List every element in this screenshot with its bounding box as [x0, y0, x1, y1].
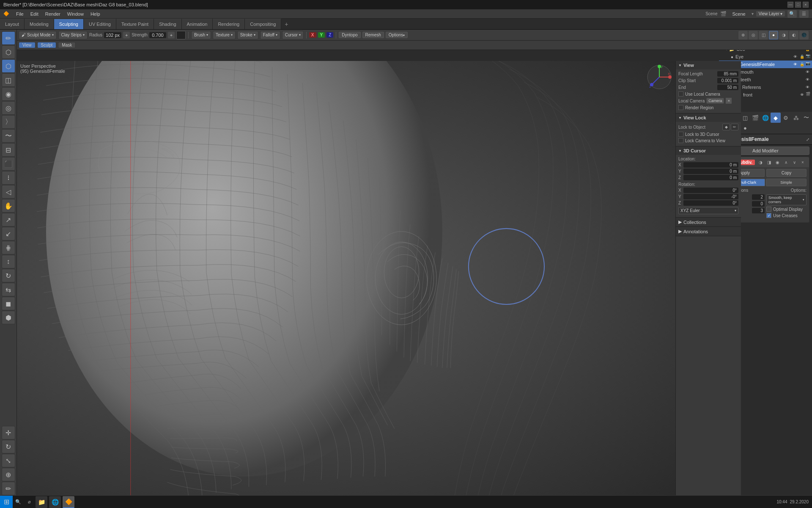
- front-cam-toggle[interactable]: 🎬: [806, 92, 810, 98]
- viewport-xray-toggle[interactable]: ◫: [759, 31, 768, 39]
- draw-face-sets-button[interactable]: ⬢: [2, 311, 15, 324]
- front-vis-toggle[interactable]: 👁: [799, 92, 805, 98]
- viewport-solid-mode[interactable]: ●: [769, 31, 778, 39]
- tab-uv-editing[interactable]: UV Editing: [84, 19, 116, 29]
- physics-props-icon[interactable]: 〜: [801, 113, 811, 123]
- camera-remove-btn[interactable]: ×: [726, 98, 732, 104]
- cursor-section-header[interactable]: ▼ 3D Cursor: [676, 146, 741, 155]
- view-layer-selector[interactable]: View Layer ▾: [756, 11, 785, 17]
- menu-render[interactable]: Render: [42, 9, 64, 18]
- genesis-vis-toggle[interactable]: 👁: [792, 61, 798, 67]
- modifier-delete-btn[interactable]: ×: [799, 158, 807, 166]
- mode-selector[interactable]: 🖌 Sculpt Mode ▾: [19, 31, 57, 39]
- tab-animation[interactable]: Animation: [182, 19, 213, 29]
- rot-y-value[interactable]: -0°: [683, 194, 738, 199]
- brush-color-swatch[interactable]: [176, 31, 186, 39]
- loc-y-value[interactable]: 0 m: [683, 168, 738, 174]
- rotate-brush-button[interactable]: ↻: [2, 269, 15, 282]
- modifier-icon-1[interactable]: ◑: [757, 158, 764, 166]
- taskbar-browser[interactable]: 🌐: [49, 496, 61, 508]
- axis-x-button[interactable]: X: [309, 32, 316, 38]
- particles-props-icon[interactable]: ⁂: [791, 113, 801, 123]
- blob-brush-button[interactable]: ◎: [2, 101, 15, 115]
- clay-strips-button[interactable]: ⬡: [2, 59, 15, 73]
- annotate-tool-button[interactable]: ✏: [2, 482, 15, 495]
- lock-to-object-picker[interactable]: ◆: [722, 124, 730, 130]
- axis-gizmo[interactable]: X Y Z: [647, 64, 672, 90]
- tab-shading[interactable]: Shading: [154, 19, 181, 29]
- smooth-keep-corners-selector[interactable]: Smooth, keep corners ▾: [766, 194, 807, 205]
- strength-add-btn[interactable]: +: [168, 32, 175, 39]
- smooth-brush-button[interactable]: 〜: [2, 129, 15, 143]
- referens-vis-toggle[interactable]: 👁: [804, 84, 810, 90]
- maximize-button[interactable]: □: [795, 2, 801, 8]
- collection-eye[interactable]: ● Eye 👁 🔒 📷: [719, 53, 812, 61]
- viewport-overlay-toggle[interactable]: ◎: [749, 31, 758, 39]
- eye-cam-toggle[interactable]: 📷: [806, 54, 810, 60]
- modifier-icon-3[interactable]: ◉: [774, 158, 781, 166]
- cursor-menu[interactable]: Cursor▾: [282, 31, 304, 39]
- draw-brush-button[interactable]: ✏: [2, 31, 15, 45]
- teeth-vis-toggle[interactable]: 👁: [804, 77, 810, 83]
- header-settings-icon[interactable]: ☰: [799, 10, 809, 18]
- eye-vis-toggle[interactable]: 👁: [792, 54, 798, 60]
- header-search[interactable]: 🔍: [787, 10, 797, 18]
- fill-brush-button[interactable]: ⬛: [2, 157, 15, 171]
- render-value[interactable]: 2: [752, 194, 765, 200]
- pinch-brush-button[interactable]: ◁: [2, 185, 15, 199]
- dyntopo-button[interactable]: Dyntopo: [339, 32, 360, 38]
- tab-layout[interactable]: Layout: [0, 19, 25, 29]
- viewport-value[interactable]: 0: [752, 201, 765, 207]
- rotate-tool-button[interactable]: ↻: [2, 440, 15, 453]
- move-tool-button[interactable]: ✛: [2, 426, 15, 439]
- slide-relax-button[interactable]: ⇆: [2, 283, 15, 296]
- lock-to-object-edit[interactable]: ✏: [731, 124, 738, 130]
- modifier-up-btn[interactable]: ∧: [782, 158, 790, 166]
- loc-z-value[interactable]: 0 m: [683, 175, 738, 180]
- sculpt-menu-button[interactable]: Sculpt: [37, 42, 57, 48]
- viewport-ev-mode[interactable]: 🌑: [799, 31, 809, 39]
- genesis-lock-toggle[interactable]: 🔒: [799, 61, 805, 67]
- scene-selector[interactable]: Scene: [729, 11, 749, 17]
- taskbar-search[interactable]: 🔍: [14, 497, 23, 507]
- radius-add-btn[interactable]: +: [123, 32, 130, 39]
- close-button[interactable]: ×: [803, 2, 809, 8]
- add-workspace-button[interactable]: +: [281, 19, 291, 29]
- view-menu-button[interactable]: View: [19, 42, 36, 48]
- axis-z-button[interactable]: Z: [326, 32, 333, 38]
- genesis-cam-toggle[interactable]: 📷: [806, 61, 810, 67]
- viewport-render-mode[interactable]: ◐: [789, 31, 798, 39]
- grab-brush-button[interactable]: ✋: [2, 199, 15, 213]
- viewport-material-mode[interactable]: ◑: [779, 31, 788, 39]
- material-props-icon[interactable]: ●: [740, 123, 750, 133]
- mouth-vis-toggle[interactable]: 👁: [804, 69, 810, 75]
- layer-brush-button[interactable]: ◫: [2, 73, 15, 87]
- minimize-button[interactable]: —: [787, 2, 793, 8]
- menu-file[interactable]: File: [13, 9, 27, 18]
- menu-window[interactable]: Window: [64, 9, 87, 18]
- simple-button[interactable]: Simple: [766, 179, 807, 186]
- scene-props-icon[interactable]: 🎬: [750, 113, 760, 123]
- render-region-checkbox[interactable]: [678, 105, 683, 110]
- clip-end-value[interactable]: 50 m: [717, 85, 738, 90]
- stroke-menu[interactable]: Stroke▾: [237, 31, 258, 39]
- inflate-brush-button[interactable]: ◉: [2, 87, 15, 101]
- modifier-down-btn[interactable]: ∨: [790, 158, 798, 166]
- viewport-3d[interactable]: User Perspective (95) Genesis8Female X Y…: [17, 61, 675, 495]
- menu-help[interactable]: Help: [87, 9, 104, 18]
- annotations-section-header[interactable]: ▶ Annotations: [676, 227, 741, 236]
- modifier-icon-2[interactable]: ◨: [765, 158, 773, 166]
- axis-y-button[interactable]: Y: [318, 32, 325, 38]
- rot-x-value[interactable]: 0°: [683, 188, 738, 193]
- camera-btn[interactable]: Camera: [706, 98, 724, 104]
- scale-tool-button[interactable]: ⤡: [2, 454, 15, 467]
- loc-x-value[interactable]: 0 m: [683, 162, 738, 168]
- transform-tool-button[interactable]: ⊕: [2, 468, 15, 481]
- optimal-display-checkbox[interactable]: [766, 207, 771, 212]
- viewport-gizmo-toggle[interactable]: ⊕: [738, 31, 748, 39]
- view-layer-props-icon[interactable]: ◫: [740, 113, 750, 123]
- mask-brush-button[interactable]: ◼: [2, 297, 15, 310]
- menu-blender[interactable]: 🔶: [0, 9, 13, 18]
- collections-section-header[interactable]: ▶ Collections: [676, 218, 741, 227]
- taskbar-blender[interactable]: 🔶: [63, 496, 74, 508]
